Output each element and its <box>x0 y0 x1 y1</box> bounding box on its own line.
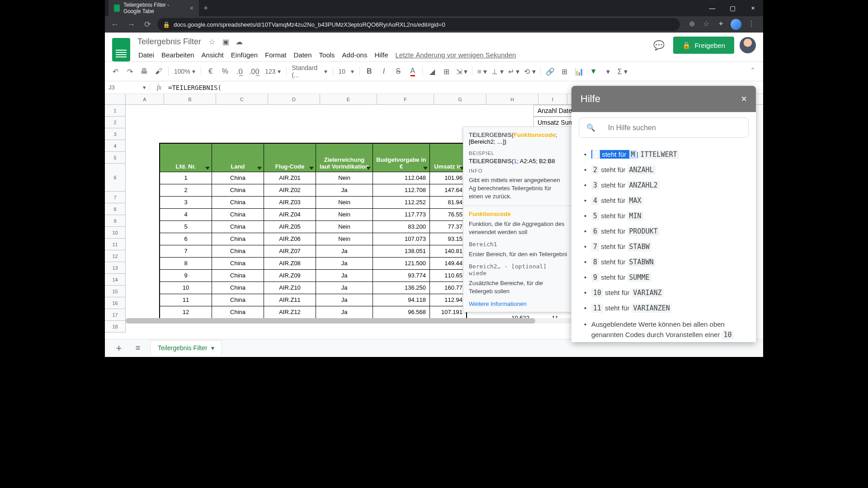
table-cell[interactable]: China <box>212 221 264 233</box>
col-header[interactable]: H <box>486 94 538 104</box>
col-header[interactable]: A <box>126 94 164 104</box>
browser-menu-icon[interactable]: ⋮ <box>747 19 756 28</box>
table-cell[interactable]: AIR.Z12 <box>264 306 316 318</box>
col-header[interactable]: E <box>320 94 377 104</box>
select-all-corner[interactable] <box>105 94 126 104</box>
table-cell[interactable]: AIR.Z11 <box>264 294 316 306</box>
row-header[interactable]: 13 <box>105 262 126 274</box>
sheet-tab-menu-icon[interactable]: ▾ <box>211 344 214 352</box>
sheet-tab[interactable]: Teilergebnis Filter ▾ <box>150 340 222 355</box>
table-cell[interactable]: 136.250 <box>373 282 430 294</box>
table-cell[interactable]: AIR.Z07 <box>264 245 316 257</box>
table-cell[interactable]: 140.81 <box>430 245 466 257</box>
redo-icon[interactable]: ↷ <box>123 65 137 78</box>
table-header-cell[interactable]: Flug-Code <box>264 144 316 172</box>
account-avatar[interactable] <box>740 37 756 53</box>
table-cell[interactable]: 93.774 <box>373 270 430 282</box>
table-cell[interactable]: 9 <box>160 270 212 282</box>
cloud-status-icon[interactable]: ☁ <box>235 38 244 47</box>
table-cell[interactable]: 10 <box>160 282 212 294</box>
name-box[interactable]: J3▾ <box>105 84 150 91</box>
table-cell[interactable]: AIR.Z02 <box>264 184 316 196</box>
decrease-decimal-button[interactable]: .0̲ <box>233 65 246 78</box>
table-cell[interactable]: AIR.Z08 <box>264 258 316 269</box>
table-cell[interactable]: China <box>212 184 264 196</box>
zoom-icon[interactable]: ⊕ <box>687 19 696 28</box>
table-header-cell[interactable]: Zielerreichung laut Vorindikation <box>316 144 373 172</box>
star-icon[interactable]: ☆ <box>208 38 217 47</box>
menu-bearbeiten[interactable]: Bearbeiten <box>159 49 197 61</box>
add-sheet-icon[interactable]: + <box>112 343 126 354</box>
filter-dropdown-icon[interactable] <box>205 167 210 170</box>
font-select[interactable]: Standard (... ▾ <box>289 64 330 79</box>
functions-icon[interactable]: Σ ▾ <box>616 65 629 78</box>
increase-decimal-button[interactable]: .00̲ <box>247 65 261 78</box>
table-cell[interactable]: Nein <box>316 197 373 208</box>
table-cell[interactable]: Ja <box>316 306 373 318</box>
table-cell[interactable]: 83.200 <box>373 221 430 233</box>
forward-icon[interactable]: → <box>125 18 137 31</box>
table-cell[interactable]: 93.15 <box>430 233 466 245</box>
menu-datei[interactable]: Datei <box>136 49 157 61</box>
undo-icon[interactable]: ↶ <box>108 65 122 78</box>
table-cell[interactable]: 112.94 <box>430 294 466 306</box>
table-cell[interactable]: China <box>212 233 264 245</box>
table-cell[interactable]: 149.44 <box>430 258 466 269</box>
table-cell[interactable]: Ja <box>316 258 373 269</box>
filter-dropdown-icon[interactable] <box>423 167 428 170</box>
row-header[interactable]: 15 <box>105 286 126 297</box>
document-title[interactable]: Teilergebnis Filter <box>136 36 203 47</box>
extensions-icon[interactable]: ✦ <box>716 19 725 28</box>
help-search-input[interactable] <box>608 124 741 132</box>
font-size-select[interactable]: 10 ▾ <box>336 68 357 75</box>
table-cell[interactable]: 81.94 <box>430 197 466 208</box>
col-header[interactable]: C <box>216 94 268 104</box>
fill-color-icon[interactable]: ◢ <box>425 65 439 78</box>
row-header[interactable]: 14 <box>105 274 126 286</box>
bold-icon[interactable]: B <box>363 65 376 78</box>
rotate-icon[interactable]: ⟲ ▾ <box>522 65 537 78</box>
number-format-select[interactable]: 123▾ <box>262 68 283 75</box>
share-button[interactable]: 🔒 Freigeben <box>673 37 734 54</box>
filter-dropdown-icon[interactable] <box>366 167 371 170</box>
text-color-icon[interactable]: A <box>406 65 420 78</box>
row-header[interactable]: 2 <box>105 117 126 128</box>
table-cell[interactable]: 107.073 <box>373 233 430 245</box>
table-cell[interactable]: China <box>212 306 264 318</box>
table-cell[interactable]: China <box>212 258 264 269</box>
chart-icon[interactable]: 📊 <box>572 65 586 78</box>
table-cell[interactable]: Nein <box>316 233 373 245</box>
table-cell[interactable]: 77.37 <box>430 221 466 233</box>
filter-dropdown-icon[interactable] <box>257 167 262 170</box>
halign-icon[interactable]: ≡ ▾ <box>475 65 489 78</box>
paint-format-icon[interactable]: 🖌 <box>152 65 165 78</box>
table-cell[interactable]: 160.77 <box>430 282 466 294</box>
currency-button[interactable]: € <box>204 65 217 78</box>
filter-dropdown-icon[interactable]: ▾ <box>601 65 615 78</box>
table-cell[interactable]: 112.048 <box>373 172 430 184</box>
filter-dropdown-icon[interactable] <box>309 167 314 170</box>
table-cell[interactable]: AIR.Z05 <box>264 221 316 233</box>
table-cell[interactable]: Nein <box>316 209 373 221</box>
table-cell[interactable]: Nein <box>316 221 373 233</box>
help-content[interactable]: 1 steht für M|ITTELWERT2 steht für ANZAH… <box>571 143 756 342</box>
row-header[interactable]: 1 <box>105 105 126 117</box>
table-cell[interactable]: 76.55 <box>430 209 466 221</box>
summary-anzahl[interactable]: Anzahl Date <box>533 105 573 117</box>
comment-icon[interactable]: ⊞ <box>558 65 571 78</box>
table-cell[interactable]: Ja <box>316 245 373 257</box>
sheets-logo-icon[interactable] <box>112 38 130 61</box>
reload-icon[interactable]: ⟳ <box>141 18 154 31</box>
row-header[interactable]: 4 <box>105 140 126 152</box>
table-cell[interactable]: AIR.Z04 <box>264 209 316 221</box>
table-cell[interactable]: 12 <box>160 306 212 318</box>
table-cell[interactable]: 110.65 <box>430 270 466 282</box>
close-window-icon[interactable]: × <box>743 0 763 16</box>
row-header[interactable]: 10 <box>105 227 126 239</box>
table-cell[interactable]: 5 <box>160 221 212 233</box>
valign-icon[interactable]: ⊥ ▾ <box>490 65 505 78</box>
table-cell[interactable]: Nein <box>316 172 373 184</box>
menu-einfuegen[interactable]: Einfügen <box>228 49 260 61</box>
table-header-cell[interactable]: Lfd. Nr. <box>160 144 212 172</box>
table-cell[interactable]: 138.051 <box>373 245 430 257</box>
